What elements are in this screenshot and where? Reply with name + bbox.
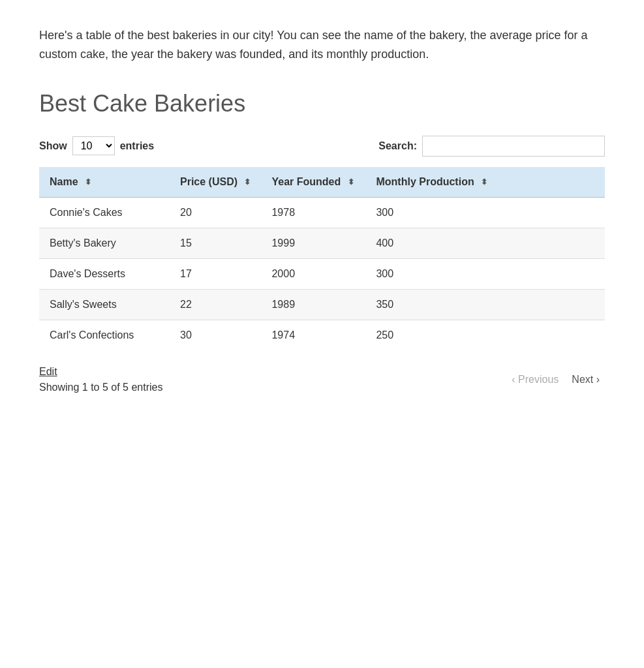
section-title: Best Cake Bakeries: [39, 90, 605, 117]
cell-price: 22: [170, 289, 261, 320]
table-header-row: Name ⬍ Price (USD) ⬍ Year Founded ⬍ Mont…: [39, 167, 605, 198]
col-header-year-founded[interactable]: Year Founded ⬍: [261, 167, 365, 198]
table-body: Connie's Cakes201978300Betty's Bakery151…: [39, 197, 605, 350]
table-controls: Show 10 25 50 100 entries Search:: [39, 136, 605, 157]
sort-icon-price: ⬍: [244, 178, 251, 186]
next-button[interactable]: Next ›: [566, 371, 605, 388]
search-label: Search:: [378, 140, 417, 152]
table-row: Carl's Confections301974250: [39, 320, 605, 350]
cell-name: Betty's Bakery: [39, 228, 170, 258]
pagination: ‹ Previous Next ›: [506, 371, 605, 388]
cell-year_founded: 1999: [261, 228, 365, 258]
cell-price: 17: [170, 258, 261, 289]
cell-monthly_production: 300: [365, 197, 605, 228]
intro-paragraph: Here's a table of the best bakeries in o…: [39, 26, 600, 64]
cell-name: Carl's Confections: [39, 320, 170, 350]
showing-text: Showing 1 to 5 of 5 entries: [39, 382, 162, 393]
col-header-price[interactable]: Price (USD) ⬍: [170, 167, 261, 198]
cell-price: 30: [170, 320, 261, 350]
cell-monthly_production: 300: [365, 258, 605, 289]
sort-icon-name: ⬍: [85, 178, 91, 186]
table-row: Connie's Cakes201978300: [39, 197, 605, 228]
sort-icon-monthly: ⬍: [481, 178, 487, 186]
cell-monthly_production: 350: [365, 289, 605, 320]
search-control: Search:: [378, 136, 605, 157]
col-header-name[interactable]: Name ⬍: [39, 167, 170, 198]
cell-name: Connie's Cakes: [39, 197, 170, 228]
cell-year_founded: 1978: [261, 197, 365, 228]
cell-name: Dave's Desserts: [39, 258, 170, 289]
bakeries-table: Name ⬍ Price (USD) ⬍ Year Founded ⬍ Mont…: [39, 167, 605, 350]
show-label: Show: [39, 140, 67, 152]
cell-monthly_production: 400: [365, 228, 605, 258]
cell-year_founded: 1989: [261, 289, 365, 320]
entries-select[interactable]: 10 25 50 100: [72, 136, 115, 155]
footer-left: Edit Showing 1 to 5 of 5 entries: [39, 366, 162, 393]
cell-price: 20: [170, 197, 261, 228]
entries-label: entries: [120, 140, 154, 152]
col-header-monthly-production[interactable]: Monthly Production ⬍: [365, 167, 605, 198]
table-row: Dave's Desserts172000300: [39, 258, 605, 289]
cell-year_founded: 2000: [261, 258, 365, 289]
show-entries-control: Show 10 25 50 100 entries: [39, 136, 154, 155]
table-row: Betty's Bakery151999400: [39, 228, 605, 258]
table-footer: Edit Showing 1 to 5 of 5 entries ‹ Previ…: [39, 361, 605, 393]
table-row: Sally's Sweets221989350: [39, 289, 605, 320]
previous-button[interactable]: ‹ Previous: [506, 371, 564, 388]
cell-name: Sally's Sweets: [39, 289, 170, 320]
edit-link[interactable]: Edit: [39, 366, 162, 378]
sort-icon-year: ⬍: [348, 178, 354, 186]
cell-monthly_production: 250: [365, 320, 605, 350]
cell-year_founded: 1974: [261, 320, 365, 350]
cell-price: 15: [170, 228, 261, 258]
search-input[interactable]: [422, 136, 605, 157]
